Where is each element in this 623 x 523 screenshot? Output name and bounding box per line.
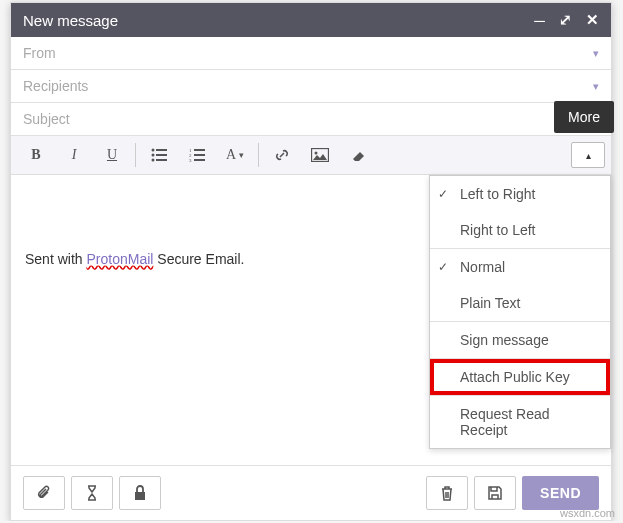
svg-point-4 <box>152 159 155 162</box>
link-button[interactable] <box>263 140 301 170</box>
compose-window: New message ─ ⤢ ✕ From ▾ Recipients ▾ Su… <box>10 2 612 521</box>
window-title: New message <box>23 12 534 29</box>
more-tooltip: More <box>554 101 614 133</box>
message-body[interactable]: Sent with ProtonMail Secure Email. ✓ Lef… <box>11 175 611 465</box>
window-controls: ─ ⤢ ✕ <box>534 11 599 29</box>
separator <box>258 143 259 167</box>
chevron-down-icon[interactable]: ▾ <box>593 47 599 60</box>
recipients-field[interactable]: Recipients ▾ <box>11 70 611 103</box>
discard-button[interactable] <box>426 476 468 510</box>
svg-text:3: 3 <box>189 158 192 162</box>
chevron-down-icon[interactable]: ▾ <box>593 80 599 93</box>
svg-point-2 <box>152 154 155 157</box>
titlebar: New message ─ ⤢ ✕ <box>11 3 611 37</box>
underline-button[interactable]: U <box>93 140 131 170</box>
subject-field[interactable]: Subject More <box>11 103 611 136</box>
subject-label: Subject <box>23 111 599 127</box>
svg-rect-5 <box>156 159 167 161</box>
svg-rect-7 <box>194 149 205 151</box>
svg-point-13 <box>315 152 318 155</box>
separator <box>135 143 136 167</box>
menu-item-attach-public-key[interactable]: Attach Public Key <box>430 359 610 395</box>
eraser-button[interactable] <box>339 140 377 170</box>
svg-rect-11 <box>194 159 205 161</box>
save-draft-button[interactable] <box>474 476 516 510</box>
menu-item-plain-text[interactable]: Plain Text <box>430 285 610 321</box>
bold-button[interactable]: B <box>17 140 55 170</box>
watermark: wsxdn.com <box>560 507 615 519</box>
expand-icon[interactable]: ⤢ <box>559 11 572 29</box>
check-icon: ✓ <box>438 260 448 274</box>
font-button[interactable]: A ▾ <box>216 140 254 170</box>
menu-item-normal[interactable]: ✓ Normal <box>430 249 610 285</box>
italic-button[interactable]: I <box>55 140 93 170</box>
image-button[interactable] <box>301 140 339 170</box>
unordered-list-button[interactable] <box>140 140 178 170</box>
encryption-button[interactable] <box>119 476 161 510</box>
menu-item-rtl[interactable]: Right to Left <box>430 212 610 248</box>
send-button[interactable]: SEND <box>522 476 599 510</box>
recipients-label: Recipients <box>23 78 593 94</box>
svg-rect-14 <box>135 492 145 500</box>
more-options-button[interactable]: ▴ <box>571 142 605 168</box>
check-icon: ✓ <box>438 187 448 201</box>
svg-point-0 <box>152 149 155 152</box>
formatting-toolbar: B I U 123 A ▾ ▴ <box>11 136 611 175</box>
from-field[interactable]: From ▾ <box>11 37 611 70</box>
attach-button[interactable] <box>23 476 65 510</box>
minimize-icon[interactable]: ─ <box>534 12 545 29</box>
expiration-button[interactable] <box>71 476 113 510</box>
close-icon[interactable]: ✕ <box>586 11 599 29</box>
from-label: From <box>23 45 593 61</box>
menu-item-read-receipt[interactable]: Request Read Receipt <box>430 396 610 448</box>
composer-footer: SEND <box>11 465 611 520</box>
more-dropdown: ✓ Left to Right Right to Left ✓ Normal P… <box>429 175 611 449</box>
svg-rect-9 <box>194 154 205 156</box>
menu-item-ltr[interactable]: ✓ Left to Right <box>430 176 610 212</box>
protonmail-link[interactable]: ProtonMail <box>86 251 153 267</box>
svg-rect-3 <box>156 154 167 156</box>
svg-rect-1 <box>156 149 167 151</box>
menu-item-sign-message[interactable]: Sign message <box>430 322 610 358</box>
ordered-list-button[interactable]: 123 <box>178 140 216 170</box>
